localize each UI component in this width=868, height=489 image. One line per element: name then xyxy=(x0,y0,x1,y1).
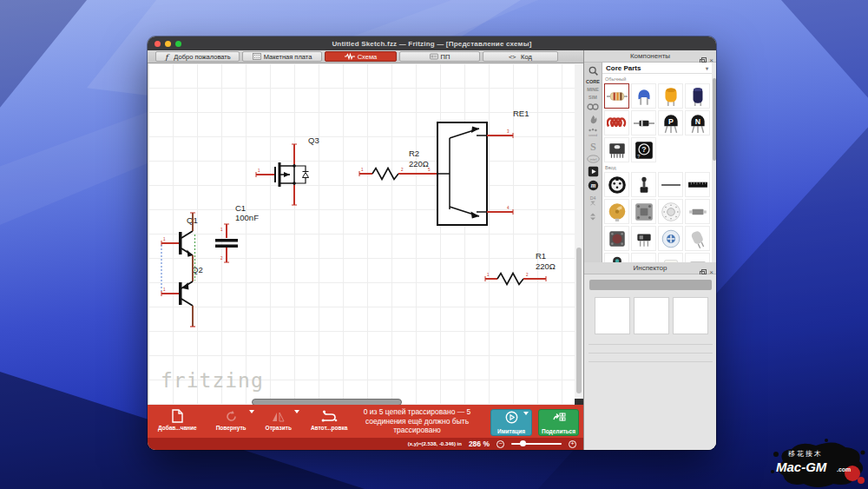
share-label: Поделиться xyxy=(542,428,575,434)
view-tab-1[interactable]: ƒДобро пожаловать xyxy=(155,51,240,62)
watermark-site-name: Mac-GM xyxy=(776,459,826,474)
library-tab-sparkfun-flame-icon[interactable] xyxy=(589,114,598,125)
toolbar-button-3[interactable]: Отразить xyxy=(266,408,292,431)
part-diode[interactable] xyxy=(631,110,656,135)
canvas-vertical-scrollbar-thumb[interactable] xyxy=(576,248,582,393)
zoom-out-button[interactable]: − xyxy=(496,440,504,448)
minimize-window-button[interactable] xyxy=(165,41,171,47)
component-r1[interactable]: R1 220Ω 1 2 xyxy=(485,251,556,285)
part-wire[interactable] xyxy=(631,253,656,262)
fritzing-window: Untitled Sketch.fzz — Fritzing — [Предст… xyxy=(148,36,716,450)
simulate-button[interactable]: Имитация xyxy=(490,409,532,436)
view-tab-2[interactable]: Макетная плата xyxy=(242,51,322,62)
zoom-in-button[interactable]: + xyxy=(569,440,576,448)
part-pushbutton[interactable] xyxy=(604,226,629,251)
component-q3[interactable]: Q3 1 xyxy=(256,135,319,205)
simulate-label: Имитация xyxy=(497,428,525,434)
part-distance-sensor[interactable] xyxy=(685,253,710,262)
library-tab-intel-icon[interactable]: intel xyxy=(587,155,600,163)
library-menu-icon[interactable]: ▾ xyxy=(706,65,708,71)
component-q2[interactable]: Q2 1 xyxy=(161,261,203,327)
library-tab-seeed-icon[interactable]: seeed xyxy=(587,128,599,138)
simulate-dropdown-caret[interactable] xyxy=(523,412,529,415)
part-npn-transistor[interactable]: N xyxy=(685,110,710,135)
library-tab-velleman-m-icon[interactable]: m xyxy=(588,180,599,191)
canvas-vertical-scrollbar[interactable] xyxy=(575,63,583,399)
components-panel-title: Компоненты xyxy=(584,52,716,60)
zoom-slider[interactable] xyxy=(511,443,562,445)
component-r2[interactable]: R2 220Ω 1 2 5 xyxy=(359,149,437,180)
part-pushbutton-panel[interactable] xyxy=(631,199,656,224)
dropdown-caret-icon[interactable] xyxy=(294,410,299,413)
library-tab-mine[interactable]: MINE xyxy=(587,87,599,92)
parts-scrollbar-thumb[interactable] xyxy=(713,78,716,161)
library-tab-dfrobot-icon[interactable]: D4 xyxy=(587,194,599,206)
part-din-connector[interactable] xyxy=(604,172,629,197)
preview-schematic[interactable] xyxy=(634,297,669,334)
part-smd-switch[interactable] xyxy=(685,199,710,224)
zoom-level[interactable]: 286 % xyxy=(469,439,490,448)
tab-label: Добро пожаловать xyxy=(174,53,230,61)
part-trimmer-potentiometer[interactable] xyxy=(604,199,629,224)
view-tab-5[interactable]: <>Код xyxy=(483,51,558,62)
library-tab-core[interactable]: CORE xyxy=(586,79,600,84)
svg-text:4: 4 xyxy=(507,206,510,210)
part-slide-switch[interactable] xyxy=(631,226,656,251)
part-electrolytic-capacitor[interactable] xyxy=(658,83,683,109)
schematic-canvas[interactable]: Q1 1 Q2 xyxy=(148,63,575,405)
inspector-divider xyxy=(589,353,713,354)
schematic-drawing[interactable]: Q1 1 Q2 xyxy=(148,63,575,405)
parts-library-strip: COREMINESIMseeedSintelmD4 xyxy=(584,63,602,262)
share-button[interactable]: Поделиться xyxy=(538,409,579,436)
part-ruler[interactable] xyxy=(685,172,710,197)
part-capacitor-can[interactable] xyxy=(685,83,710,109)
part-jumper-wire[interactable] xyxy=(658,172,683,197)
part-ceramic-capacitor[interactable] xyxy=(631,83,656,109)
part-ic-chip[interactable] xyxy=(604,137,629,162)
part-rotary-dial[interactable] xyxy=(658,199,683,224)
tab-label: ПП xyxy=(441,53,450,61)
toolbar-button-2[interactable]: Повернуть xyxy=(216,408,247,431)
part-mystery-part[interactable]: ?? xyxy=(631,137,656,162)
view-tab-4[interactable]: ПП xyxy=(399,51,480,62)
svg-text:5: 5 xyxy=(428,168,431,172)
strip-scroll-arrows[interactable] xyxy=(589,208,596,224)
library-tab-parallax-play-icon[interactable] xyxy=(588,166,599,177)
search-icon[interactable] xyxy=(588,65,599,76)
library-tab-arduino-icon[interactable] xyxy=(587,102,599,111)
scrollbar-corner xyxy=(575,399,583,405)
part-tilt-sensor[interactable] xyxy=(685,226,710,251)
part-pnp-transistor[interactable]: P xyxy=(658,110,683,135)
window-titlebar[interactable]: Untitled Sketch.fzz — Fritzing — [Предст… xyxy=(148,36,716,50)
parts-scrollbar[interactable] xyxy=(712,63,716,262)
components-panel-header: Компоненты × xyxy=(584,50,716,63)
part-piezo-sensor[interactable] xyxy=(604,253,629,262)
component-c1[interactable]: C1 100nF 1 2 xyxy=(215,203,259,262)
macgm-watermark: 移花接木 Mac-GM .com xyxy=(766,437,868,489)
schematic-toolbar: Добав...чаниеПовернутьОтразитьАвтот...ро… xyxy=(148,405,583,438)
part-rotary-potentiometer[interactable] xyxy=(658,226,683,251)
component-re1[interactable]: RE1 3 4 xyxy=(437,109,529,225)
view-tab-3[interactable]: Схема xyxy=(325,51,397,62)
toolbar-button-4[interactable]: Автот...ровка xyxy=(311,408,347,431)
zoom-slider-knob[interactable] xyxy=(520,440,526,446)
svg-text:1: 1 xyxy=(163,237,166,241)
part-resistor[interactable] xyxy=(604,83,629,109)
parts-list: Core Parts ▾ ОбычныйPN??Ввод xyxy=(602,63,712,262)
flip-icon xyxy=(272,408,285,423)
share-grid-icon xyxy=(552,412,566,427)
dropdown-caret-icon[interactable] xyxy=(249,410,254,413)
svg-text:N: N xyxy=(694,117,700,126)
preview-pcb[interactable] xyxy=(673,297,708,334)
zoom-window-button[interactable] xyxy=(175,41,181,47)
part-inductor[interactable] xyxy=(604,110,629,135)
part-toggle-switch[interactable] xyxy=(631,172,656,197)
library-tab-snootlab-s-icon[interactable]: S xyxy=(588,141,599,152)
close-window-button[interactable] xyxy=(155,41,161,47)
part-photoresistor[interactable] xyxy=(658,253,683,262)
library-tab-sim[interactable]: SIM xyxy=(589,95,597,100)
svg-text:1: 1 xyxy=(163,287,166,292)
preview-breadboard[interactable] xyxy=(595,297,630,334)
parts-library-title-row[interactable]: Core Parts ▾ xyxy=(602,63,712,74)
toolbar-button-1[interactable]: Добав...чание xyxy=(158,408,197,431)
